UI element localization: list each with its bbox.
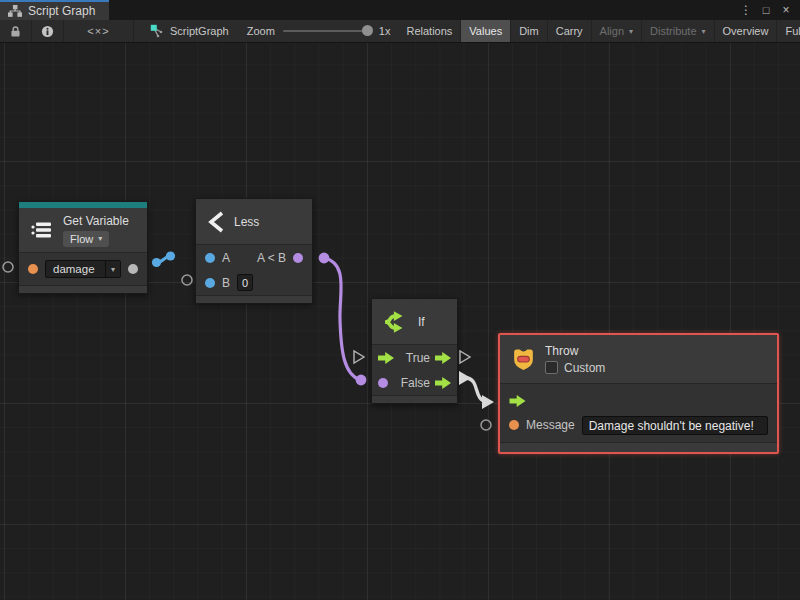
true-row: True (372, 345, 457, 370)
node-title: If (418, 315, 425, 329)
unconnected-port-ring (3, 262, 13, 272)
lock-button[interactable] (0, 20, 32, 42)
values-button[interactable]: Values (461, 20, 511, 42)
exception-shield-icon (510, 346, 537, 373)
message-field[interactable]: Damage shouldn't be negative! (582, 416, 768, 435)
info-button[interactable] (32, 20, 64, 42)
carry-button[interactable]: Carry (548, 20, 592, 42)
value-input-port[interactable] (28, 264, 38, 274)
flow-output-port-false[interactable] (435, 377, 451, 389)
dim-button[interactable]: Dim (511, 20, 548, 42)
align-button[interactable]: Align ▾ (592, 20, 642, 42)
graph-canvas[interactable]: Get Variable Flow ▾ damage ▾ (0, 43, 800, 600)
graph-name-label: ScriptGraph (140, 20, 239, 42)
chevron-down-icon: ▾ (98, 234, 102, 243)
value-input-port[interactable] (205, 278, 215, 288)
node-footer (196, 295, 312, 303)
input-a-row: A A < B (196, 245, 312, 270)
maximize-icon[interactable]: □ (758, 2, 774, 18)
node-less[interactable]: Less A A < B B 0 (195, 198, 313, 304)
tab-title: Script Graph (28, 4, 95, 18)
input-b-row: B 0 (196, 270, 312, 295)
variable-icon (29, 220, 55, 240)
info-icon (41, 25, 54, 38)
wire-damage-to-a (152, 251, 175, 267)
script-graph-icon (150, 24, 164, 38)
message-row: Message Damage shouldn't be negative! (500, 413, 777, 437)
graph-tab-icon (8, 5, 22, 17)
message-input-port[interactable] (509, 420, 519, 430)
message-label: Message (526, 418, 575, 432)
node-footer (19, 285, 147, 293)
unconnected-port-ring (182, 275, 192, 285)
relations-button[interactable]: Relations (398, 20, 461, 42)
tab-script-graph[interactable]: Script Graph (0, 0, 109, 20)
distribute-button[interactable]: Distribute ▾ (642, 20, 714, 42)
flow-input-row (500, 389, 777, 413)
lock-icon (9, 25, 22, 38)
flow-input-port[interactable] (509, 395, 526, 407)
node-title: Get Variable (63, 214, 129, 228)
node-footer (372, 395, 457, 403)
unconnected-flow-triangle (460, 351, 470, 363)
b-value-field[interactable]: 0 (237, 274, 253, 291)
node-title: Throw (545, 344, 605, 358)
node-throw[interactable]: Throw Custom Message Damage shouldn't be… (498, 333, 779, 454)
zoom-slider-handle[interactable] (362, 25, 373, 36)
zoom-slider[interactable] (283, 30, 371, 32)
graph-toolbar: <×> ScriptGraph Zoom 1x Relations Values… (0, 20, 800, 43)
code-view-button[interactable]: <×> (64, 20, 134, 42)
less-than-icon (206, 210, 226, 234)
overview-button[interactable]: Overview (715, 20, 778, 42)
variable-name-dropdown[interactable]: damage ▾ (45, 260, 121, 278)
wire-false-to-throw (459, 371, 494, 409)
variable-scope-dropdown[interactable]: Flow ▾ (63, 231, 109, 247)
variable-name-row: damage ▾ (19, 253, 147, 285)
condition-input-port[interactable] (378, 378, 388, 388)
window-controls: ⋮ □ × (738, 0, 800, 20)
zoom-label: Zoom (247, 25, 275, 37)
kebab-menu-icon[interactable]: ⋮ (738, 2, 754, 18)
custom-checkbox[interactable] (545, 361, 558, 374)
output-label: A < B (257, 251, 286, 265)
node-footer (500, 442, 777, 452)
chevron-down-icon: ▾ (702, 27, 706, 36)
wire-less-to-if (319, 253, 367, 386)
code-icon: <×> (87, 25, 109, 37)
false-row: False (372, 370, 457, 395)
flow-input-port[interactable] (378, 352, 394, 364)
unconnected-port-ring (481, 420, 491, 430)
value-output-port[interactable] (128, 264, 138, 274)
flow-output-port-true[interactable] (435, 352, 451, 364)
full-screen-button[interactable]: Full Screen (777, 20, 800, 42)
zoom-value: 1x (379, 25, 391, 37)
close-icon[interactable]: × (778, 2, 794, 18)
value-input-port[interactable] (205, 253, 215, 263)
chevron-down-icon: ▾ (629, 27, 633, 36)
zoom-control: Zoom 1x (239, 20, 399, 42)
chevron-down-icon: ▾ (105, 261, 120, 277)
node-if[interactable]: If True False (371, 298, 458, 404)
window-tab-bar: Script Graph ⋮ □ × (0, 0, 800, 20)
branch-icon (382, 309, 410, 335)
node-get-variable[interactable]: Get Variable Flow ▾ damage ▾ (18, 201, 148, 294)
unconnected-flow-triangle (354, 351, 364, 363)
value-output-port[interactable] (293, 253, 303, 263)
node-title: Less (234, 215, 259, 229)
custom-checkbox-label: Custom (564, 361, 605, 375)
